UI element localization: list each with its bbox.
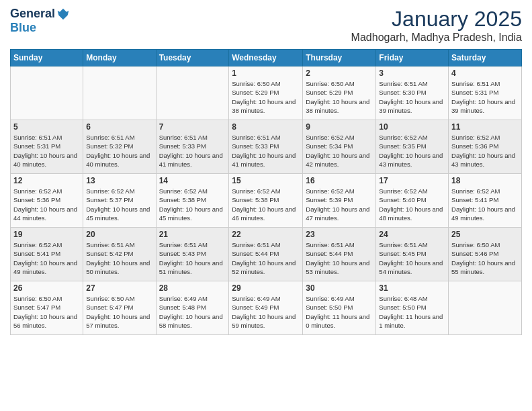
calendar-cell: 5Sunrise: 6:51 AM Sunset: 5:31 PM Daylig… (11, 120, 83, 174)
day-number: 24 (379, 230, 445, 239)
day-info: Sunrise: 6:51 AM Sunset: 5:32 PM Dayligh… (86, 133, 152, 169)
location: Madhogarh, Madhya Pradesh, India (351, 32, 522, 44)
calendar-cell (11, 66, 83, 120)
day-info: Sunrise: 6:51 AM Sunset: 5:42 PM Dayligh… (86, 240, 152, 276)
day-info: Sunrise: 6:52 AM Sunset: 5:38 PM Dayligh… (159, 187, 226, 222)
calendar-cell: 23Sunrise: 6:51 AM Sunset: 5:44 PM Dayli… (303, 228, 376, 281)
day-info: Sunrise: 6:51 AM Sunset: 5:43 PM Dayligh… (159, 240, 226, 276)
day-header-sunday: Sunday (11, 50, 83, 66)
calendar-cell: 19Sunrise: 6:52 AM Sunset: 5:41 PM Dayli… (11, 228, 83, 281)
calendar-cell (83, 66, 156, 120)
calendar-header-row: SundayMondayTuesdayWednesdayThursdayFrid… (11, 50, 522, 66)
day-info: Sunrise: 6:52 AM Sunset: 5:41 PM Dayligh… (451, 187, 519, 222)
calendar-cell: 9Sunrise: 6:52 AM Sunset: 5:34 PM Daylig… (303, 120, 376, 174)
day-number: 17 (379, 176, 445, 185)
day-info: Sunrise: 6:50 AM Sunset: 5:46 PM Dayligh… (451, 240, 519, 276)
day-number: 12 (13, 176, 80, 185)
calendar-cell (156, 66, 229, 120)
calendar: SundayMondayTuesdayWednesdayThursdayFrid… (10, 49, 522, 335)
day-number: 9 (306, 122, 373, 132)
calendar-cell: 6Sunrise: 6:51 AM Sunset: 5:32 PM Daylig… (83, 120, 156, 174)
day-info: Sunrise: 6:52 AM Sunset: 5:40 PM Dayligh… (379, 187, 445, 222)
calendar-cell: 29Sunrise: 6:49 AM Sunset: 5:49 PM Dayli… (229, 281, 303, 335)
calendar-cell: 18Sunrise: 6:52 AM Sunset: 5:41 PM Dayli… (449, 174, 522, 228)
day-info: Sunrise: 6:51 AM Sunset: 5:45 PM Dayligh… (379, 240, 445, 276)
calendar-cell (449, 281, 522, 335)
day-info: Sunrise: 6:52 AM Sunset: 5:37 PM Dayligh… (86, 187, 152, 222)
calendar-cell: 3Sunrise: 6:51 AM Sunset: 5:30 PM Daylig… (376, 66, 449, 120)
calendar-cell: 13Sunrise: 6:52 AM Sunset: 5:37 PM Dayli… (83, 174, 156, 228)
day-info: Sunrise: 6:51 AM Sunset: 5:31 PM Dayligh… (451, 79, 519, 115)
day-number: 7 (159, 122, 226, 132)
day-info: Sunrise: 6:52 AM Sunset: 5:41 PM Dayligh… (13, 240, 80, 276)
day-number: 20 (86, 230, 152, 239)
day-number: 18 (451, 176, 519, 185)
day-number: 25 (451, 230, 519, 239)
day-info: Sunrise: 6:52 AM Sunset: 5:36 PM Dayligh… (13, 187, 80, 222)
day-info: Sunrise: 6:52 AM Sunset: 5:39 PM Dayligh… (306, 187, 373, 222)
calendar-cell: 24Sunrise: 6:51 AM Sunset: 5:45 PM Dayli… (376, 228, 449, 281)
day-header-monday: Monday (83, 50, 156, 66)
day-number: 22 (232, 230, 300, 239)
calendar-cell: 12Sunrise: 6:52 AM Sunset: 5:36 PM Dayli… (11, 174, 83, 228)
calendar-week-0: 1Sunrise: 6:50 AM Sunset: 5:29 PM Daylig… (11, 66, 522, 120)
day-info: Sunrise: 6:52 AM Sunset: 5:34 PM Dayligh… (306, 133, 373, 169)
day-number: 4 (451, 68, 519, 78)
day-number: 14 (159, 176, 226, 185)
calendar-week-2: 12Sunrise: 6:52 AM Sunset: 5:36 PM Dayli… (11, 174, 522, 228)
day-info: Sunrise: 6:50 AM Sunset: 5:47 PM Dayligh… (13, 294, 80, 330)
day-number: 3 (379, 68, 445, 78)
day-number: 10 (379, 122, 445, 132)
calendar-cell: 28Sunrise: 6:49 AM Sunset: 5:48 PM Dayli… (156, 281, 229, 335)
day-number: 11 (451, 122, 519, 132)
calendar-cell: 20Sunrise: 6:51 AM Sunset: 5:42 PM Dayli… (83, 228, 156, 281)
day-number: 23 (306, 230, 373, 239)
day-number: 16 (306, 176, 373, 185)
calendar-cell: 25Sunrise: 6:50 AM Sunset: 5:46 PM Dayli… (449, 228, 522, 281)
day-number: 6 (86, 122, 152, 132)
calendar-cell: 16Sunrise: 6:52 AM Sunset: 5:39 PM Dayli… (303, 174, 376, 228)
calendar-cell: 22Sunrise: 6:51 AM Sunset: 5:44 PM Dayli… (229, 228, 303, 281)
day-info: Sunrise: 6:52 AM Sunset: 5:36 PM Dayligh… (451, 133, 519, 169)
calendar-cell: 31Sunrise: 6:48 AM Sunset: 5:50 PM Dayli… (376, 281, 449, 335)
logo: General Blue (10, 7, 70, 35)
calendar-cell: 21Sunrise: 6:51 AM Sunset: 5:43 PM Dayli… (156, 228, 229, 281)
day-header-friday: Friday (376, 50, 449, 66)
day-number: 21 (159, 230, 226, 239)
day-header-tuesday: Tuesday (156, 50, 229, 66)
day-info: Sunrise: 6:51 AM Sunset: 5:30 PM Dayligh… (379, 79, 445, 115)
calendar-cell: 2Sunrise: 6:50 AM Sunset: 5:29 PM Daylig… (303, 66, 376, 120)
day-info: Sunrise: 6:51 AM Sunset: 5:44 PM Dayligh… (306, 240, 373, 276)
day-info: Sunrise: 6:49 AM Sunset: 5:49 PM Dayligh… (232, 294, 300, 330)
day-number: 28 (159, 283, 226, 293)
month-title: January 2025 (351, 7, 522, 32)
day-number: 8 (232, 122, 300, 132)
header: General Blue January 2025 Madhogarh, Mad… (10, 7, 522, 44)
day-number: 29 (232, 283, 300, 293)
day-info: Sunrise: 6:51 AM Sunset: 5:31 PM Dayligh… (13, 133, 80, 169)
page: General Blue January 2025 Madhogarh, Mad… (0, 0, 532, 411)
calendar-cell: 27Sunrise: 6:50 AM Sunset: 5:47 PM Dayli… (83, 281, 156, 335)
calendar-cell: 4Sunrise: 6:51 AM Sunset: 5:31 PM Daylig… (449, 66, 522, 120)
day-header-saturday: Saturday (449, 50, 522, 66)
day-info: Sunrise: 6:48 AM Sunset: 5:50 PM Dayligh… (379, 294, 445, 330)
day-info: Sunrise: 6:52 AM Sunset: 5:38 PM Dayligh… (232, 187, 300, 222)
calendar-cell: 15Sunrise: 6:52 AM Sunset: 5:38 PM Dayli… (229, 174, 303, 228)
day-info: Sunrise: 6:49 AM Sunset: 5:50 PM Dayligh… (306, 294, 373, 330)
day-number: 30 (306, 283, 373, 293)
calendar-week-1: 5Sunrise: 6:51 AM Sunset: 5:31 PM Daylig… (11, 120, 522, 174)
day-info: Sunrise: 6:50 AM Sunset: 5:47 PM Dayligh… (86, 294, 152, 330)
day-info: Sunrise: 6:51 AM Sunset: 5:33 PM Dayligh… (159, 133, 226, 169)
day-number: 2 (306, 68, 373, 78)
day-number: 31 (379, 283, 445, 293)
calendar-cell: 8Sunrise: 6:51 AM Sunset: 5:33 PM Daylig… (229, 120, 303, 174)
calendar-cell: 7Sunrise: 6:51 AM Sunset: 5:33 PM Daylig… (156, 120, 229, 174)
day-header-thursday: Thursday (303, 50, 376, 66)
day-info: Sunrise: 6:52 AM Sunset: 5:35 PM Dayligh… (379, 133, 445, 169)
day-number: 26 (13, 283, 80, 293)
day-number: 27 (86, 283, 152, 293)
calendar-cell: 11Sunrise: 6:52 AM Sunset: 5:36 PM Dayli… (449, 120, 522, 174)
calendar-cell: 14Sunrise: 6:52 AM Sunset: 5:38 PM Dayli… (156, 174, 229, 228)
day-number: 1 (232, 68, 300, 78)
calendar-cell: 30Sunrise: 6:49 AM Sunset: 5:50 PM Dayli… (303, 281, 376, 335)
